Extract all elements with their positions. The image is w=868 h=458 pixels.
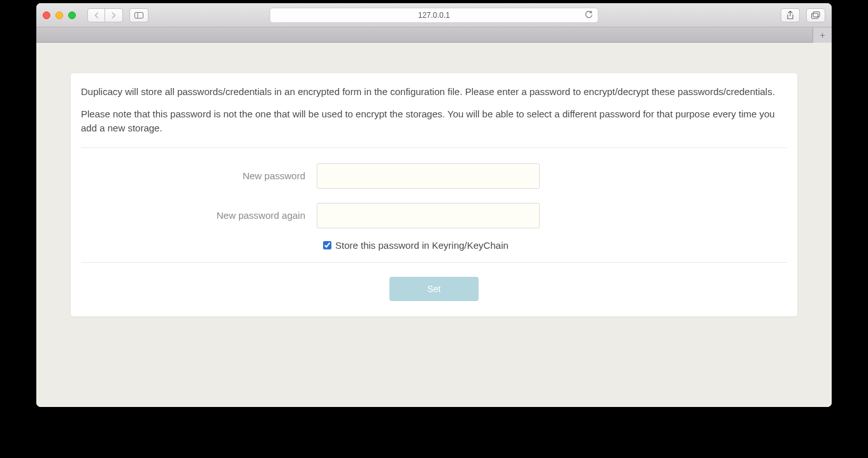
new-password-label: New password (81, 170, 317, 181)
titlebar: 127.0.0.1 (36, 3, 832, 27)
nav-buttons (87, 8, 123, 22)
set-button[interactable]: Set (389, 277, 479, 301)
sidebar-toggle-button[interactable] (129, 8, 148, 22)
reload-icon[interactable] (585, 11, 593, 19)
new-password-again-row: New password again (81, 203, 787, 228)
svg-rect-3 (813, 11, 820, 17)
share-button[interactable] (781, 8, 800, 22)
address-bar[interactable]: 127.0.0.1 (270, 8, 598, 23)
svg-rect-2 (812, 13, 818, 18)
forward-button[interactable] (105, 8, 123, 22)
new-password-row: New password (81, 163, 787, 189)
back-button[interactable] (87, 8, 105, 22)
close-window-button[interactable] (43, 11, 50, 19)
new-password-input[interactable] (317, 163, 540, 189)
browser-window: 127.0.0.1 + Duplicacy will store all pas… (36, 3, 832, 407)
new-password-again-input[interactable] (317, 203, 540, 228)
new-tab-button[interactable]: + (813, 27, 832, 43)
intro-paragraph-1: Duplicacy will store all passwords/crede… (81, 85, 787, 100)
divider-2 (81, 262, 787, 263)
window-controls (43, 11, 76, 19)
toolbar-right (781, 8, 825, 22)
new-password-again-label: New password again (81, 210, 317, 221)
keychain-checkbox[interactable] (323, 241, 331, 249)
address-text: 127.0.0.1 (418, 11, 450, 20)
intro-paragraph-2: Please note that this password is not th… (81, 107, 787, 136)
minimize-window-button[interactable] (55, 11, 63, 19)
maximize-window-button[interactable] (68, 11, 76, 19)
keychain-row: Store this password in Keyring/KeyChain (323, 240, 787, 251)
password-card: Duplicacy will store all passwords/crede… (71, 73, 797, 316)
divider (81, 147, 787, 148)
keychain-label[interactable]: Store this password in Keyring/KeyChain (335, 240, 509, 251)
tab-strip: + (36, 27, 832, 43)
page-content: Duplicacy will store all passwords/crede… (36, 43, 832, 407)
tabs-button[interactable] (806, 8, 825, 22)
button-row: Set (81, 277, 787, 301)
svg-rect-0 (135, 12, 143, 18)
